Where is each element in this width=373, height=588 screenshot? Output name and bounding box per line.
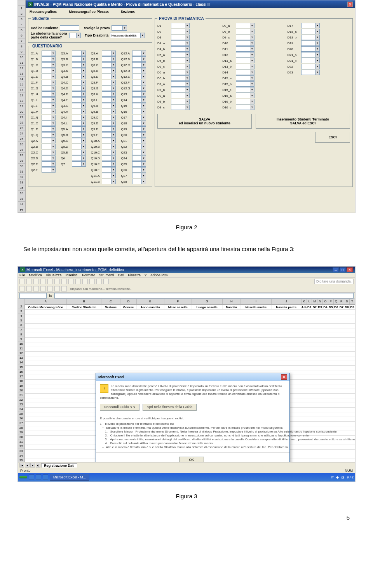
question-combo[interactable]: ▾: [42, 167, 56, 173]
row-header-cell[interactable]: 29: [18, 430, 24, 435]
prova-combo[interactable]: ▾: [171, 87, 190, 92]
toolbar-icon[interactable]: [103, 279, 109, 284]
prova-combo[interactable]: ▾: [301, 29, 320, 34]
button-esci[interactable]: ESCI: [315, 132, 350, 143]
prova-combo[interactable]: ▾: [301, 52, 320, 58]
question-combo[interactable]: ▾: [42, 85, 56, 91]
question-combo[interactable]: ▾: [42, 155, 56, 161]
question-combo[interactable]: ▾: [132, 109, 146, 114]
toolbar-icon[interactable]: [54, 286, 60, 291]
question-combo[interactable]: ▾: [42, 62, 56, 68]
menu-bar[interactable]: FileModificaVisualizzaInserisciFormatoSt…: [18, 273, 355, 278]
prova-combo[interactable]: ▾: [171, 70, 190, 75]
prova-combo[interactable]: ▾: [171, 64, 190, 69]
prova-combo[interactable]: ▾: [171, 46, 190, 52]
question-combo[interactable]: ▾: [102, 126, 116, 132]
question-combo[interactable]: ▾: [102, 115, 116, 120]
column-header-cell[interactable]: I: [241, 299, 272, 304]
toolbar-icon[interactable]: [33, 279, 39, 284]
row-header-cell[interactable]: 19: [18, 384, 24, 388]
question-combo[interactable]: ▾: [42, 115, 56, 120]
question-combo[interactable]: ▾: [102, 103, 116, 108]
formatting-toolbar[interactable]: Rispondi con modifiche... Termina revisi…: [18, 285, 355, 293]
question-combo[interactable]: ▾: [132, 56, 146, 62]
row-header-cell[interactable]: 13: [18, 356, 24, 360]
prova-combo[interactable]: ▾: [171, 58, 190, 63]
prova-combo[interactable]: ▾: [301, 46, 320, 52]
question-combo[interactable]: ▾: [132, 115, 146, 120]
question-combo[interactable]: ▾: [72, 85, 86, 91]
toolbar-icon[interactable]: [61, 286, 67, 291]
button-ok[interactable]: OK: [179, 457, 204, 462]
menu-item[interactable]: Strumenti: [99, 273, 114, 277]
question-combo[interactable]: ▾: [72, 115, 86, 120]
button-salva-nuovo[interactable]: SALVA ed inserisci un nuovo studente: [157, 114, 252, 129]
row-header-cell[interactable]: 25: [18, 412, 24, 416]
prova-combo[interactable]: ▾: [236, 58, 254, 63]
toolbar-icon[interactable]: [68, 279, 74, 284]
question-combo[interactable]: ▾: [72, 74, 86, 79]
question-combo[interactable]: ▾: [132, 97, 146, 103]
question-combo[interactable]: ▾: [132, 74, 146, 79]
row-header-cell[interactable]: 10: [18, 342, 24, 346]
question-combo[interactable]: ▾: [102, 80, 116, 85]
prova-combo[interactable]: ▾: [171, 93, 190, 98]
toolbar-icon[interactable]: [61, 279, 67, 284]
row-header-cell[interactable]: 8: [18, 332, 24, 337]
toolbar-icon[interactable]: [54, 279, 60, 284]
question-combo[interactable]: ▾: [72, 161, 86, 167]
toolbar-icon[interactable]: [40, 286, 46, 291]
column-header-cell[interactable]: C: [101, 299, 120, 304]
question-combo[interactable]: ▾: [42, 80, 56, 85]
prova-combo[interactable]: ▾: [171, 81, 190, 87]
quick-launch-icon[interactable]: [36, 475, 41, 480]
question-combo[interactable]: ▾: [132, 155, 146, 161]
question-combo[interactable]: ▾: [102, 56, 116, 62]
question-combo[interactable]: ▾: [102, 161, 116, 167]
row-header-cell[interactable]: 28: [18, 426, 24, 430]
taskbar-app-button[interactable]: Microsoft Excel - M...: [50, 474, 89, 481]
close-icon[interactable]: ×: [347, 2, 353, 7]
toolbar-icon[interactable]: [19, 286, 25, 291]
toolbar-icon[interactable]: [26, 286, 32, 291]
toolbar-icon[interactable]: [33, 286, 39, 291]
row-header-cell[interactable]: 23: [18, 402, 24, 407]
row-header-cell[interactable]: 35: [18, 458, 24, 462]
column-header-cell[interactable]: [18, 299, 25, 304]
question-combo[interactable]: ▾: [132, 120, 146, 126]
prova-combo[interactable]: ▾: [171, 40, 190, 46]
question-combo[interactable]: ▾: [102, 138, 116, 143]
question-combo[interactable]: ▾: [102, 150, 116, 155]
question-combo[interactable]: ▾: [42, 97, 56, 103]
question-combo[interactable]: ▾: [102, 109, 116, 114]
combo-tipo-disabilita[interactable]: Nessuna disabilità▾: [110, 33, 145, 38]
toolbar-icon[interactable]: [26, 279, 32, 284]
sheet-tabs[interactable]: |◂ ◂ ▸ ▸| Registrazione Dati: [18, 462, 355, 468]
question-combo[interactable]: ▾: [42, 103, 56, 108]
toolbar-icon[interactable]: [19, 279, 25, 284]
column-header-cell[interactable]: H: [223, 299, 241, 304]
toolbar-icon[interactable]: [75, 279, 81, 284]
menu-item[interactable]: Modifica: [29, 273, 42, 277]
tray-icon[interactable]: ◔: [341, 475, 344, 479]
prova-combo[interactable]: ▾: [236, 23, 254, 28]
row-header-cell[interactable]: 22: [18, 398, 24, 402]
column-header-cell[interactable]: M: [312, 299, 317, 304]
question-combo[interactable]: ▾: [132, 51, 146, 56]
column-header-cell[interactable]: P: [328, 299, 334, 304]
quick-launch-icon[interactable]: [43, 475, 48, 480]
question-combo[interactable]: ▾: [72, 120, 86, 126]
row-header-cell[interactable]: 12: [18, 351, 24, 356]
question-combo[interactable]: ▾: [132, 138, 146, 143]
prova-combo[interactable]: ▾: [236, 105, 254, 110]
tray-language[interactable]: IT: [331, 475, 334, 479]
close-icon[interactable]: ×: [281, 374, 287, 380]
question-combo[interactable]: ▾: [102, 179, 116, 184]
row-header-cell[interactable]: 2: [18, 304, 24, 309]
question-combo[interactable]: ▾: [42, 51, 56, 56]
column-header-cell[interactable]: K: [302, 299, 307, 304]
question-combo[interactable]: ▾: [72, 80, 86, 85]
column-header-cell[interactable]: T: [350, 299, 355, 304]
row-headers[interactable]: 2345678910111213141516171819202122232425…: [18, 304, 25, 462]
prova-combo[interactable]: ▾: [301, 58, 320, 63]
